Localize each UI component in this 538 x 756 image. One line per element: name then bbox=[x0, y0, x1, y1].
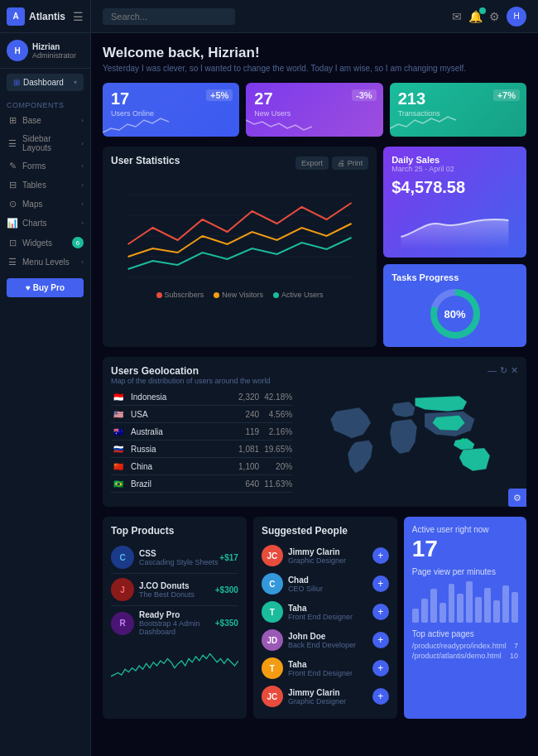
page-view-bars bbox=[412, 581, 518, 623]
person-info-2: Chad CEO Siliur bbox=[288, 575, 372, 593]
geo-title-block: Users Geolocation Map of the distributio… bbox=[111, 365, 271, 385]
top-bar-avatar[interactable]: H bbox=[507, 7, 526, 26]
num-usa: 240 bbox=[226, 410, 259, 419]
css-icon-letter: C bbox=[119, 553, 125, 562]
sidebar-logo: A Atlantis ☰ bbox=[0, 0, 90, 33]
sidebar-dashboard-item[interactable]: ⊞ Dashboard ▾ bbox=[7, 74, 84, 91]
num-indonesia: 2,320 bbox=[226, 392, 259, 402]
logo-text: Atlantis bbox=[29, 11, 65, 22]
suggested-people-card: Suggested People JC Jimmy Clarin Graphic… bbox=[253, 517, 397, 719]
flag-australia: 🇦🇺 bbox=[111, 426, 126, 436]
jco-sub: The Best Donuts bbox=[139, 590, 215, 599]
person-avatar-2: C bbox=[262, 573, 283, 595]
pv-bar bbox=[457, 594, 464, 623]
person-role-3: Front End Designer bbox=[288, 613, 372, 621]
table-row: 🇦🇺 Australia 119 2.16% bbox=[111, 423, 292, 441]
sidebar-item-tables[interactable]: ⊟ Tables › bbox=[0, 176, 90, 195]
pv-bar bbox=[440, 603, 446, 623]
new-users-pct: -3% bbox=[352, 89, 377, 101]
geo-refresh-icon[interactable]: ↻ bbox=[500, 365, 507, 376]
page-path-2: /product/atlantis/demo.html bbox=[412, 652, 502, 660]
gear-icon[interactable]: ⚙ bbox=[489, 10, 500, 23]
subscribers-label: Subscribers bbox=[165, 291, 204, 299]
subscribers-dot bbox=[156, 292, 162, 298]
person-add-5[interactable]: + bbox=[372, 660, 389, 677]
settings-float-button[interactable]: ⚙ bbox=[508, 489, 526, 507]
person-add-4[interactable]: + bbox=[372, 632, 389, 648]
sidebar-label-widgets: Widgets bbox=[22, 238, 72, 248]
geo-body: 🇮🇩 Indonesia 2,320 42.18% 🇺🇸 USA 240 4.5… bbox=[111, 388, 518, 498]
page-view-title: Page view per minutes bbox=[412, 567, 518, 576]
print-button[interactable]: 🖨 Print bbox=[332, 156, 368, 170]
person-info-5: Taha Front End Designer bbox=[288, 660, 372, 677]
person-add-2[interactable]: + bbox=[372, 575, 389, 592]
user-info: Hizrian Administrator bbox=[32, 42, 76, 60]
daily-sales-chart bbox=[391, 204, 518, 249]
search-input[interactable] bbox=[103, 8, 235, 25]
geo-subtitle: Map of the distribution of users around … bbox=[111, 377, 271, 385]
forms-icon: ✎ bbox=[7, 161, 18, 171]
sidebar-item-base[interactable]: ⊞ Base › bbox=[0, 111, 90, 130]
layouts-arrow: › bbox=[81, 140, 84, 147]
menu-levels-arrow: › bbox=[81, 258, 84, 266]
sidebar-layouts-icon: ☰ bbox=[7, 138, 18, 149]
mid-row: User Statistics Export 🖨 Print bbox=[103, 147, 526, 347]
readypro-price: +$350 bbox=[215, 619, 238, 628]
geo-minimize-icon[interactable]: — bbox=[488, 365, 497, 376]
table-row: 🇷🇺 Russia 1,081 19.65% bbox=[111, 441, 292, 458]
tables-arrow: › bbox=[81, 181, 84, 189]
readypro-icon-letter: R bbox=[119, 619, 125, 628]
legend-new-visitors: New Visitors bbox=[214, 291, 263, 299]
legend-active-users: Active Users bbox=[273, 291, 324, 299]
person-info-3: Taha Front End Designer bbox=[288, 604, 372, 621]
menu-levels-icon: ☰ bbox=[7, 257, 18, 267]
hamburger-icon[interactable]: ☰ bbox=[73, 10, 84, 23]
flag-brazil: 🇧🇷 bbox=[111, 479, 126, 489]
geo-title: Users Geolocation bbox=[111, 365, 271, 377]
person-add-6[interactable]: + bbox=[372, 688, 389, 705]
flag-russia: 🇷🇺 bbox=[111, 444, 126, 454]
person-add-1[interactable]: + bbox=[372, 547, 389, 564]
table-row: 🇧🇷 Brazil 640 11.63% bbox=[111, 475, 292, 493]
geo-close-icon[interactable]: ✕ bbox=[511, 365, 518, 376]
pct-china: 20% bbox=[259, 462, 292, 471]
person-item: JD John Doe Back End Developer + bbox=[262, 626, 389, 654]
sidebar-item-sidebar-layouts[interactable]: ☰ Sidebar Layouts › bbox=[0, 130, 90, 156]
pv-bar bbox=[475, 597, 482, 623]
person-add-3[interactable]: + bbox=[372, 604, 389, 620]
right-column: Daily Sales March 25 - April 02 $4,578.5… bbox=[383, 147, 526, 347]
sidebar-item-charts[interactable]: 📊 Charts › bbox=[0, 214, 90, 233]
person-item: C Chad CEO Siliur + bbox=[262, 570, 389, 598]
jco-icon-letter: J bbox=[120, 585, 125, 595]
sidebar-item-forms[interactable]: ✎ Forms › bbox=[0, 156, 90, 176]
active-user-card: Active user right now 17 Page view per m… bbox=[404, 517, 526, 719]
jco-info: J.CO Donuts The Best Donuts bbox=[139, 581, 215, 599]
user-role: Administrator bbox=[32, 51, 76, 60]
maps-arrow: › bbox=[81, 200, 84, 208]
sidebar-label-base: Base bbox=[22, 116, 81, 125]
buy-pro-button[interactable]: ♥ Buy Pro bbox=[7, 278, 84, 297]
widgets-icon: ⊡ bbox=[7, 238, 18, 248]
top-bar-actions: ✉ 🔔 ⚙ H bbox=[452, 7, 526, 26]
product-item-jco: J J.CO Donuts The Best Donuts +$300 bbox=[111, 574, 238, 606]
export-button[interactable]: Export bbox=[295, 156, 329, 170]
pv-bar bbox=[493, 600, 500, 624]
dashboard-icon: ⊞ bbox=[13, 78, 20, 87]
person-avatar-3: T bbox=[262, 601, 283, 623]
bell-icon[interactable]: 🔔 bbox=[468, 10, 483, 23]
sidebar-item-widgets[interactable]: ⊡ Widgets 6 bbox=[0, 233, 90, 253]
progress-percent: 80% bbox=[437, 296, 473, 332]
person-name-3: Taha bbox=[288, 604, 372, 613]
world-map bbox=[300, 388, 518, 498]
sidebar-item-menu-levels[interactable]: ☰ Menu Levels › bbox=[0, 253, 90, 272]
stat-cards: 17 +5% Users Online 27 -3% New Users bbox=[103, 83, 526, 137]
user-stats-chart bbox=[111, 178, 368, 286]
page-path-1: /product/readypro/index.html bbox=[412, 642, 507, 650]
sidebar-item-maps[interactable]: ⊙ Maps › bbox=[0, 195, 90, 214]
top-products-card: Top Products C CSS Cascading Style Sheet… bbox=[103, 517, 247, 719]
notification-badge bbox=[479, 7, 486, 14]
stat-card-users-online: 17 +5% Users Online bbox=[103, 83, 239, 137]
mail-icon[interactable]: ✉ bbox=[452, 10, 462, 23]
legend-subscribers: Subscribers bbox=[156, 291, 204, 299]
person-role-6: Graphic Designer bbox=[288, 697, 372, 705]
